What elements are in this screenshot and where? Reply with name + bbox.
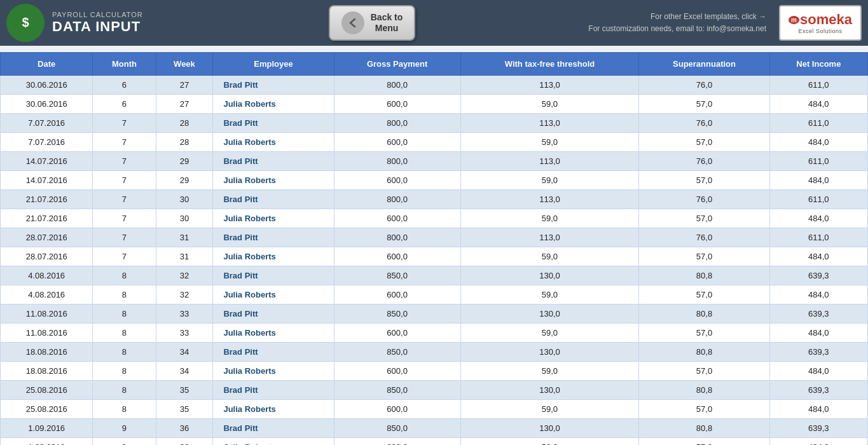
cell-18-3[interactable]: Brad Pitt	[213, 419, 334, 438]
cell-13-2[interactable]: 33	[156, 324, 213, 343]
cell-18-6[interactable]: 80,8	[639, 419, 769, 438]
cell-17-0[interactable]: 25.08.2016	[1, 400, 93, 419]
cell-2-7[interactable]: 611,0	[769, 114, 867, 133]
cell-0-7[interactable]: 611,0	[769, 76, 867, 95]
cell-5-4[interactable]: 600,0	[334, 171, 460, 190]
cell-13-3[interactable]: Julia Roberts	[213, 324, 334, 343]
cell-16-3[interactable]: Brad Pitt	[213, 381, 334, 400]
cell-6-6[interactable]: 76,0	[639, 190, 769, 209]
cell-10-6[interactable]: 80,8	[639, 266, 769, 285]
cell-15-6[interactable]: 57,0	[639, 362, 769, 381]
cell-15-5[interactable]: 59,0	[460, 362, 639, 381]
cell-0-0[interactable]: 30.06.2016	[1, 76, 93, 95]
cell-13-6[interactable]: 57,0	[639, 324, 769, 343]
cell-11-1[interactable]: 8	[93, 285, 156, 305]
cell-0-4[interactable]: 800,0	[334, 76, 460, 95]
cell-6-1[interactable]: 7	[93, 190, 156, 209]
cell-3-3[interactable]: Julia Roberts	[213, 133, 334, 152]
cell-1-0[interactable]: 30.06.2016	[1, 95, 93, 114]
cell-15-0[interactable]: 18.08.2016	[1, 362, 93, 381]
cell-15-7[interactable]: 484,0	[769, 362, 867, 381]
cell-16-0[interactable]: 25.08.2016	[1, 381, 93, 400]
cell-1-2[interactable]: 27	[156, 95, 213, 114]
cell-7-2[interactable]: 30	[156, 209, 213, 228]
cell-16-7[interactable]: 639,3	[769, 381, 867, 400]
cell-1-5[interactable]: 59,0	[460, 95, 639, 114]
cell-1-3[interactable]: Julia Roberts	[213, 95, 334, 114]
cell-18-1[interactable]: 9	[93, 419, 156, 438]
cell-6-5[interactable]: 113,0	[460, 190, 639, 209]
cell-10-0[interactable]: 4.08.2016	[1, 266, 93, 285]
cell-9-1[interactable]: 7	[93, 247, 156, 266]
cell-12-2[interactable]: 33	[156, 305, 213, 324]
cell-3-2[interactable]: 28	[156, 133, 213, 152]
cell-16-5[interactable]: 130,0	[460, 381, 639, 400]
cell-2-6[interactable]: 76,0	[639, 114, 769, 133]
cell-10-5[interactable]: 130,0	[460, 266, 639, 285]
cell-15-1[interactable]: 8	[93, 362, 156, 381]
cell-12-0[interactable]: 11.08.2016	[1, 305, 93, 324]
cell-9-5[interactable]: 59,0	[460, 247, 639, 266]
cell-9-6[interactable]: 57,0	[639, 247, 769, 266]
cell-7-5[interactable]: 59,0	[460, 209, 639, 228]
cell-10-4[interactable]: 850,0	[334, 266, 460, 285]
cell-6-2[interactable]: 30	[156, 190, 213, 209]
cell-4-2[interactable]: 29	[156, 152, 213, 171]
cell-1-4[interactable]: 600,0	[334, 95, 460, 114]
cell-16-2[interactable]: 35	[156, 381, 213, 400]
cell-14-0[interactable]: 18.08.2016	[1, 343, 93, 362]
cell-9-7[interactable]: 484,0	[769, 247, 867, 266]
cell-18-4[interactable]: 850,0	[334, 419, 460, 438]
cell-3-0[interactable]: 7.07.2016	[1, 133, 93, 152]
cell-8-6[interactable]: 76,0	[639, 228, 769, 247]
cell-19-6[interactable]: 57,0	[639, 438, 769, 446]
cell-3-1[interactable]: 7	[93, 133, 156, 152]
cell-2-4[interactable]: 800,0	[334, 114, 460, 133]
cell-10-7[interactable]: 639,3	[769, 266, 867, 285]
cell-7-7[interactable]: 484,0	[769, 209, 867, 228]
cell-10-2[interactable]: 32	[156, 266, 213, 285]
cell-6-3[interactable]: Brad Pitt	[213, 190, 334, 209]
cell-17-4[interactable]: 600,0	[334, 400, 460, 419]
cell-7-4[interactable]: 600,0	[334, 209, 460, 228]
cell-16-4[interactable]: 850,0	[334, 381, 460, 400]
cell-12-4[interactable]: 850,0	[334, 305, 460, 324]
cell-13-5[interactable]: 59,0	[460, 324, 639, 343]
cell-6-4[interactable]: 800,0	[334, 190, 460, 209]
cell-7-6[interactable]: 57,0	[639, 209, 769, 228]
cell-0-1[interactable]: 6	[93, 76, 156, 95]
cell-15-3[interactable]: Julia Roberts	[213, 362, 334, 381]
cell-12-6[interactable]: 80,8	[639, 305, 769, 324]
cell-1-6[interactable]: 57,0	[639, 95, 769, 114]
data-table-container[interactable]: Date Month Week Employee Gross Payment W…	[0, 52, 868, 445]
cell-13-1[interactable]: 8	[93, 324, 156, 343]
cell-14-7[interactable]: 639,3	[769, 343, 867, 362]
cell-3-7[interactable]: 484,0	[769, 133, 867, 152]
cell-18-7[interactable]: 639,3	[769, 419, 867, 438]
cell-19-3[interactable]: Julia Roberts	[213, 438, 334, 446]
cell-14-3[interactable]: Brad Pitt	[213, 343, 334, 362]
cell-14-6[interactable]: 80,8	[639, 343, 769, 362]
cell-11-4[interactable]: 600,0	[334, 285, 460, 305]
cell-5-0[interactable]: 14.07.2016	[1, 171, 93, 190]
cell-9-2[interactable]: 31	[156, 247, 213, 266]
cell-13-7[interactable]: 484,0	[769, 324, 867, 343]
cell-2-2[interactable]: 28	[156, 114, 213, 133]
cell-18-0[interactable]: 1.09.2016	[1, 419, 93, 438]
cell-4-1[interactable]: 7	[93, 152, 156, 171]
cell-13-0[interactable]: 11.08.2016	[1, 324, 93, 343]
cell-4-7[interactable]: 611,0	[769, 152, 867, 171]
cell-7-1[interactable]: 7	[93, 209, 156, 228]
cell-8-0[interactable]: 28.07.2016	[1, 228, 93, 247]
cell-8-2[interactable]: 31	[156, 228, 213, 247]
cell-12-1[interactable]: 8	[93, 305, 156, 324]
cell-19-4[interactable]: 600,0	[334, 438, 460, 446]
cell-1-1[interactable]: 6	[93, 95, 156, 114]
cell-1-7[interactable]: 484,0	[769, 95, 867, 114]
cell-8-4[interactable]: 800,0	[334, 228, 460, 247]
cell-19-2[interactable]: 36	[156, 438, 213, 446]
cell-4-6[interactable]: 76,0	[639, 152, 769, 171]
cell-5-1[interactable]: 7	[93, 171, 156, 190]
cell-2-1[interactable]: 7	[93, 114, 156, 133]
cell-19-7[interactable]: 484,0	[769, 438, 867, 446]
